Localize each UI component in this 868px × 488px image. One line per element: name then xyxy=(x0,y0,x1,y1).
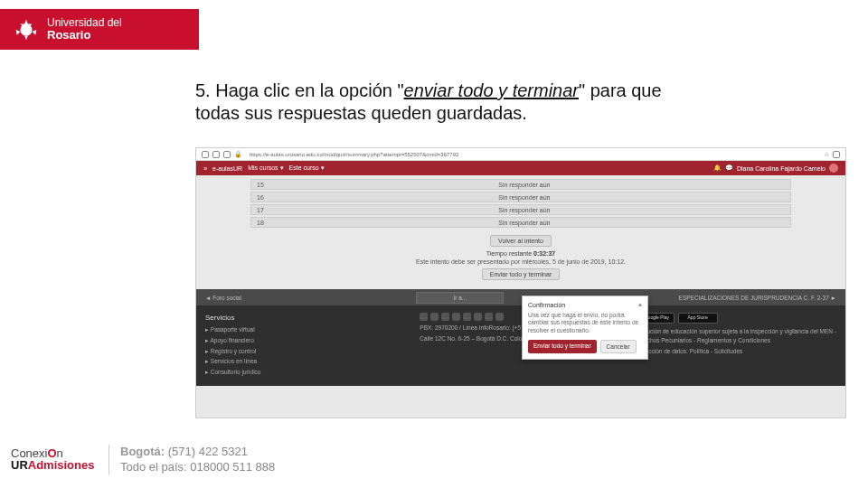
star-icon[interactable]: ☆ xyxy=(824,151,829,158)
twitter-icon[interactable] xyxy=(430,313,439,321)
address-bar[interactable]: https://e-aulas.urosario.edu.co/mod/quiz… xyxy=(246,152,820,157)
facebook-icon[interactable] xyxy=(420,313,428,321)
header-line2: Rosario xyxy=(47,29,122,42)
instruction-prefix: 5. Haga clic en la opción " xyxy=(195,80,404,100)
browser-chrome: 🔒 https://e-aulas.urosario.edu.co/mod/qu… xyxy=(196,148,845,161)
time-remaining: Tiempo restante 0:32:37 xyxy=(250,250,791,257)
qnum: 17 xyxy=(257,207,264,213)
next-activity-link[interactable]: ESPECIALIZACIONES DE JURISPRUDENCIA C. F… xyxy=(679,295,836,301)
qstatus: Sin responder aún xyxy=(498,182,550,188)
pinterest-icon[interactable] xyxy=(485,313,493,321)
youtube-icon[interactable] xyxy=(452,313,460,321)
jump-to-select[interactable]: Ir a... xyxy=(416,292,504,304)
app-store-button[interactable]: App Store xyxy=(678,313,718,324)
question-row[interactable]: 16Sin responder aún xyxy=(250,192,791,202)
instruction-link: enviar todo y terminar xyxy=(404,80,579,100)
modal-title: Confirmación xyxy=(528,302,565,308)
moodle-navbar: ≡ e-aulasUR Mis cursos ▾ Este curso ▾ 🔔 … xyxy=(196,161,845,175)
modal-cancel-button[interactable]: Cancelar xyxy=(600,340,637,353)
back-icon[interactable] xyxy=(202,151,209,158)
lock-icon: 🔒 xyxy=(234,151,242,158)
modal-text: Una vez que haga el envío, no podrá camb… xyxy=(528,312,642,334)
flickr-icon[interactable] xyxy=(474,313,482,321)
question-row[interactable]: 18Sin responder aún xyxy=(250,217,791,228)
nav-username[interactable]: Diana Carolina Fajardo Camelo xyxy=(737,165,826,172)
qnum: 16 xyxy=(257,194,264,201)
chat-icon[interactable]: 💬 xyxy=(725,164,733,172)
reload-icon[interactable] xyxy=(223,151,231,158)
service-link[interactable]: ▸ Pasaporte virtual xyxy=(205,325,407,334)
quiz-summary-content: 15Sin responder aún 16Sin responder aún … xyxy=(196,175,845,289)
qstatus: Sin responder aún xyxy=(498,220,550,226)
embedded-screenshot: 🔒 https://e-aulas.urosario.edu.co/mod/qu… xyxy=(195,147,846,418)
profile-icon[interactable] xyxy=(833,151,840,158)
avatar[interactable] xyxy=(829,164,838,173)
header-band: Universidad del Rosario xyxy=(0,9,199,50)
bell-icon[interactable]: 🔔 xyxy=(713,164,722,172)
qnum: 18 xyxy=(257,220,264,226)
instruction-text: 5. Haga clic en la opción "enviar todo y… xyxy=(195,80,693,125)
nav-brand[interactable]: e-aulasUR xyxy=(212,165,242,172)
linkedin-icon[interactable] xyxy=(463,313,471,321)
time-value: 0:32:37 xyxy=(533,250,555,257)
conexion-logo: ConexiOn URAdmisiones xyxy=(11,447,94,472)
submit-all-button[interactable]: Enviar todo y terminar xyxy=(482,268,560,280)
nav-courses[interactable]: Mis cursos ▾ xyxy=(248,164,283,172)
qnum: 15 xyxy=(257,182,264,188)
instagram-icon[interactable] xyxy=(441,313,449,321)
question-row[interactable]: 15Sin responder aún xyxy=(250,179,791,190)
menu-icon[interactable]: ≡ xyxy=(203,165,207,172)
rosario-crest-icon xyxy=(13,16,40,43)
footer-privacy: Protección de datos: Política - Solicitu… xyxy=(635,347,836,356)
service-link[interactable]: ▸ Apoyo financiero xyxy=(205,336,407,345)
qstatus: Sin responder aún xyxy=(498,207,550,213)
service-link[interactable]: ▸ Consultorio jurídico xyxy=(205,368,407,377)
logo-text: UR xyxy=(11,458,28,472)
services-title: Servicios xyxy=(205,313,407,324)
contact-national: Todo el país: 018000 511 888 xyxy=(120,460,275,475)
qstatus: Sin responder aún xyxy=(498,194,550,201)
modal-submit-button[interactable]: Enviar todo y terminar xyxy=(528,340,597,353)
contact-city: Bogotá: xyxy=(120,445,165,458)
contact-info: Bogotá: (571) 422 5321 Todo el país: 018… xyxy=(108,445,275,475)
time-label: Tiempo restante xyxy=(486,250,532,257)
deadline-note: Este intento debe ser presentado por mié… xyxy=(250,258,791,265)
footer-nav-strip: ◄ Foro social Ir a... ESPECIALIZACIONES … xyxy=(196,289,845,305)
close-icon[interactable]: × xyxy=(638,302,642,308)
rss-icon[interactable] xyxy=(495,313,504,321)
nav-thiscourse[interactable]: Este curso ▾ xyxy=(289,164,325,172)
return-attempt-button[interactable]: Volver al intento xyxy=(490,235,552,247)
question-row[interactable]: 17Sin responder aún xyxy=(250,204,791,215)
service-link[interactable]: ▸ Servicios en línea xyxy=(205,357,407,366)
confirmation-modal: Confirmación × Una vez que haga el envío… xyxy=(522,296,648,360)
contact-phone: (571) 422 5321 xyxy=(165,445,248,458)
forward-icon[interactable] xyxy=(212,151,220,158)
footer-legal: Institución de educación superior sujeta… xyxy=(635,327,836,345)
header-university-name: Universidad del Rosario xyxy=(47,17,122,41)
prev-activity-link[interactable]: ◄ Foro social xyxy=(205,295,241,301)
site-footer: Servicios ▸ Pasaporte virtual ▸ Apoyo fi… xyxy=(196,305,845,386)
logo-text: Admisiones xyxy=(28,458,95,472)
service-link[interactable]: ▸ Registro y control xyxy=(205,347,407,356)
